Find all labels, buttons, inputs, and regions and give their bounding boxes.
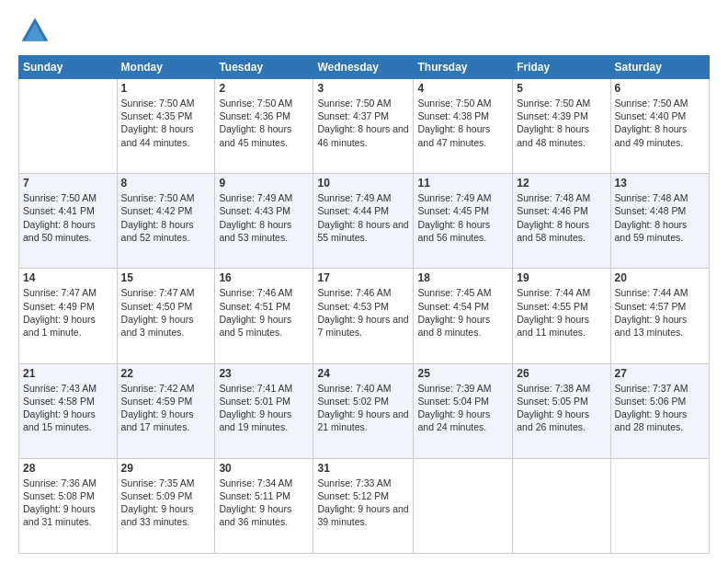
header-row: SundayMondayTuesdayWednesdayThursdayFrid… — [19, 56, 710, 79]
day-number: 18 — [417, 271, 508, 284]
cell-text: Sunrise: 7:50 AMSunset: 4:39 PMDaylight:… — [517, 98, 590, 148]
header-day: Thursday — [414, 56, 513, 79]
day-number: 31 — [317, 462, 409, 475]
day-number: 7 — [23, 177, 113, 190]
cell-text: Sunrise: 7:34 AMSunset: 5:11 PMDaylight:… — [219, 477, 292, 528]
calendar-cell: 5Sunrise: 7:50 AMSunset: 4:39 PMDaylight… — [513, 79, 610, 174]
day-number: 8 — [121, 177, 211, 190]
calendar-cell: 23Sunrise: 7:41 AMSunset: 5:01 PMDayligh… — [215, 363, 313, 458]
cell-text: Sunrise: 7:41 AMSunset: 5:01 PMDaylight:… — [219, 383, 292, 433]
cell-text: Sunrise: 7:33 AMSunset: 5:12 PMDaylight:… — [317, 477, 408, 528]
day-number: 24 — [317, 367, 409, 380]
cell-text: Sunrise: 7:50 AMSunset: 4:37 PMDaylight:… — [317, 98, 408, 148]
logo — [18, 15, 55, 48]
calendar-cell: 26Sunrise: 7:38 AMSunset: 5:05 PMDayligh… — [513, 363, 610, 458]
calendar-cell: 10Sunrise: 7:49 AMSunset: 4:44 PMDayligh… — [313, 174, 414, 269]
cell-text: Sunrise: 7:50 AMSunset: 4:35 PMDaylight:… — [121, 98, 195, 148]
day-number: 11 — [417, 177, 508, 190]
calendar-cell: 3Sunrise: 7:50 AMSunset: 4:37 PMDaylight… — [313, 79, 414, 174]
header-day: Sunday — [19, 56, 118, 79]
calendar-week-row: 1Sunrise: 7:50 AMSunset: 4:35 PMDaylight… — [19, 79, 710, 174]
cell-text: Sunrise: 7:50 AMSunset: 4:36 PMDaylight:… — [219, 98, 292, 148]
cell-text: Sunrise: 7:42 AMSunset: 4:59 PMDaylight:… — [121, 383, 195, 433]
calendar-cell: 31Sunrise: 7:33 AMSunset: 5:12 PMDayligh… — [313, 458, 414, 553]
calendar-week-row: 28Sunrise: 7:36 AMSunset: 5:08 PMDayligh… — [19, 458, 710, 553]
day-number: 4 — [417, 82, 508, 95]
calendar-cell: 29Sunrise: 7:35 AMSunset: 5:09 PMDayligh… — [117, 458, 215, 553]
calendar-cell — [414, 458, 513, 553]
cell-text: Sunrise: 7:47 AMSunset: 4:50 PMDaylight:… — [121, 287, 195, 338]
day-number: 22 — [121, 367, 211, 380]
day-number: 29 — [121, 462, 211, 475]
day-number: 9 — [219, 177, 309, 190]
cell-text: Sunrise: 7:40 AMSunset: 5:02 PMDaylight:… — [317, 383, 408, 433]
cell-text: Sunrise: 7:46 AMSunset: 4:53 PMDaylight:… — [317, 287, 408, 338]
day-number: 10 — [317, 177, 409, 190]
cell-text: Sunrise: 7:48 AMSunset: 4:48 PMDaylight:… — [615, 192, 688, 243]
cell-text: Sunrise: 7:36 AMSunset: 5:08 PMDaylight:… — [23, 477, 97, 528]
cell-text: Sunrise: 7:46 AMSunset: 4:51 PMDaylight:… — [219, 287, 292, 338]
cell-text: Sunrise: 7:37 AMSunset: 5:06 PMDaylight:… — [615, 383, 688, 433]
calendar-table: SundayMondayTuesdayWednesdayThursdayFrid… — [18, 55, 710, 554]
day-number: 3 — [317, 82, 409, 95]
logo-icon — [18, 15, 51, 48]
calendar-cell: 16Sunrise: 7:46 AMSunset: 4:51 PMDayligh… — [215, 269, 313, 363]
day-number: 12 — [517, 177, 606, 190]
cell-text: Sunrise: 7:50 AMSunset: 4:41 PMDaylight:… — [23, 192, 97, 243]
cell-text: Sunrise: 7:38 AMSunset: 5:05 PMDaylight:… — [517, 383, 590, 433]
day-number: 6 — [615, 82, 705, 95]
calendar-week-row: 7Sunrise: 7:50 AMSunset: 4:41 PMDaylight… — [19, 174, 710, 269]
calendar-cell: 4Sunrise: 7:50 AMSunset: 4:38 PMDaylight… — [414, 79, 513, 174]
calendar-cell: 7Sunrise: 7:50 AMSunset: 4:41 PMDaylight… — [19, 174, 118, 269]
calendar-cell: 13Sunrise: 7:48 AMSunset: 4:48 PMDayligh… — [610, 174, 709, 269]
calendar-cell: 18Sunrise: 7:45 AMSunset: 4:54 PMDayligh… — [414, 269, 513, 363]
calendar-cell: 24Sunrise: 7:40 AMSunset: 5:02 PMDayligh… — [313, 363, 414, 458]
calendar-cell: 30Sunrise: 7:34 AMSunset: 5:11 PMDayligh… — [215, 458, 313, 553]
day-number: 1 — [121, 82, 211, 95]
calendar-cell: 17Sunrise: 7:46 AMSunset: 4:53 PMDayligh… — [313, 269, 414, 363]
calendar-cell: 19Sunrise: 7:44 AMSunset: 4:55 PMDayligh… — [513, 269, 610, 363]
calendar-cell: 12Sunrise: 7:48 AMSunset: 4:46 PMDayligh… — [513, 174, 610, 269]
cell-text: Sunrise: 7:43 AMSunset: 4:58 PMDaylight:… — [23, 383, 97, 433]
page: SundayMondayTuesdayWednesdayThursdayFrid… — [0, 0, 728, 563]
calendar-cell: 15Sunrise: 7:47 AMSunset: 4:50 PMDayligh… — [117, 269, 215, 363]
day-number: 23 — [219, 367, 309, 380]
header-day: Saturday — [610, 56, 709, 79]
header-day: Tuesday — [215, 56, 313, 79]
header-day: Monday — [117, 56, 215, 79]
calendar-cell: 27Sunrise: 7:37 AMSunset: 5:06 PMDayligh… — [610, 363, 709, 458]
calendar-cell — [513, 458, 610, 553]
cell-text: Sunrise: 7:49 AMSunset: 4:44 PMDaylight:… — [317, 192, 408, 243]
day-number: 20 — [615, 271, 705, 284]
header — [18, 15, 710, 48]
header-day: Friday — [513, 56, 610, 79]
day-number: 17 — [317, 271, 409, 284]
calendar-cell — [610, 458, 709, 553]
cell-text: Sunrise: 7:49 AMSunset: 4:45 PMDaylight:… — [417, 192, 491, 243]
calendar-cell: 21Sunrise: 7:43 AMSunset: 4:58 PMDayligh… — [19, 363, 118, 458]
cell-text: Sunrise: 7:48 AMSunset: 4:46 PMDaylight:… — [517, 192, 590, 243]
day-number: 25 — [417, 367, 508, 380]
day-number: 2 — [219, 82, 309, 95]
calendar-cell: 25Sunrise: 7:39 AMSunset: 5:04 PMDayligh… — [414, 363, 513, 458]
calendar-cell: 22Sunrise: 7:42 AMSunset: 4:59 PMDayligh… — [117, 363, 215, 458]
calendar-cell: 6Sunrise: 7:50 AMSunset: 4:40 PMDaylight… — [610, 79, 709, 174]
calendar-cell: 1Sunrise: 7:50 AMSunset: 4:35 PMDaylight… — [117, 79, 215, 174]
cell-text: Sunrise: 7:45 AMSunset: 4:54 PMDaylight:… — [417, 287, 491, 338]
day-number: 26 — [517, 367, 606, 380]
cell-text: Sunrise: 7:50 AMSunset: 4:42 PMDaylight:… — [121, 192, 195, 243]
cell-text: Sunrise: 7:47 AMSunset: 4:49 PMDaylight:… — [23, 287, 97, 338]
cell-text: Sunrise: 7:44 AMSunset: 4:57 PMDaylight:… — [615, 287, 688, 338]
calendar-week-row: 14Sunrise: 7:47 AMSunset: 4:49 PMDayligh… — [19, 269, 710, 363]
day-number: 19 — [517, 271, 606, 284]
cell-text: Sunrise: 7:35 AMSunset: 5:09 PMDaylight:… — [121, 477, 195, 528]
day-number: 28 — [23, 462, 113, 475]
calendar-week-row: 21Sunrise: 7:43 AMSunset: 4:58 PMDayligh… — [19, 363, 710, 458]
day-number: 5 — [517, 82, 606, 95]
day-number: 21 — [23, 367, 113, 380]
calendar-cell: 14Sunrise: 7:47 AMSunset: 4:49 PMDayligh… — [19, 269, 118, 363]
cell-text: Sunrise: 7:50 AMSunset: 4:40 PMDaylight:… — [615, 98, 688, 148]
calendar-cell: 20Sunrise: 7:44 AMSunset: 4:57 PMDayligh… — [610, 269, 709, 363]
cell-text: Sunrise: 7:39 AMSunset: 5:04 PMDaylight:… — [417, 383, 491, 433]
day-number: 14 — [23, 271, 113, 284]
